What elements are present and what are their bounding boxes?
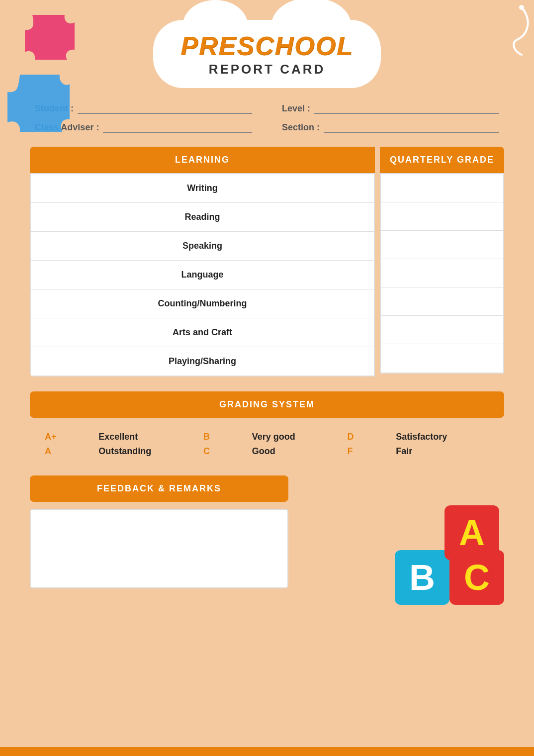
grade-letter-c: C bbox=[203, 446, 242, 457]
student-input[interactable] bbox=[78, 103, 252, 114]
learning-header: LEARNING bbox=[30, 147, 375, 173]
subject-counting: Counting/Numbering bbox=[31, 289, 374, 318]
section-field: Section : bbox=[282, 122, 499, 133]
section-label: Section : bbox=[282, 122, 320, 133]
level-label: Level : bbox=[282, 103, 310, 114]
grading-grid: A+ Excellent B Very good D Satisfactory … bbox=[30, 427, 504, 462]
feedback-textarea[interactable] bbox=[31, 510, 287, 587]
grade-desc-outstanding: Outstanding bbox=[98, 446, 193, 457]
level-input[interactable] bbox=[314, 103, 499, 114]
puzzle-decoration bbox=[0, 0, 99, 139]
grade-column: QUARTERLY GRADE bbox=[375, 147, 504, 377]
level-field: Level : bbox=[282, 103, 499, 114]
cloud-background: PRESCHOOL REPORT CARD bbox=[153, 20, 380, 88]
learning-column: LEARNING Writing Reading Speaking Langua… bbox=[30, 147, 375, 377]
grade-header: QUARTERLY GRADE bbox=[380, 147, 504, 173]
abc-blocks: A B C bbox=[395, 505, 504, 605]
subject-playing: Playing/Sharing bbox=[31, 347, 374, 376]
grade-arts[interactable] bbox=[381, 316, 503, 344]
subject-language: Language bbox=[31, 261, 374, 289]
grade-language[interactable] bbox=[381, 259, 503, 287]
grade-letter-b: B bbox=[203, 432, 242, 442]
grade-desc-excellent: Excellent bbox=[98, 432, 193, 442]
grade-counting[interactable] bbox=[381, 287, 503, 316]
grade-playing[interactable] bbox=[381, 344, 503, 373]
table-section: LEARNING Writing Reading Speaking Langua… bbox=[30, 147, 504, 377]
subject-speaking: Speaking bbox=[31, 232, 374, 261]
feedback-section: FEEDBACK & REMARKS A B C bbox=[30, 475, 504, 605]
bottom-bar bbox=[0, 747, 534, 756]
grade-desc-good: Good bbox=[252, 446, 338, 457]
info-section: Student : Level : Class Adviser : Sectio… bbox=[30, 103, 504, 133]
info-row-2: Class Adviser : Section : bbox=[35, 122, 499, 133]
page: PRESCHOOL REPORT CARD Student : Level : … bbox=[0, 0, 534, 756]
title-preschool: PRESCHOOL bbox=[180, 31, 353, 61]
feedback-header: FEEDBACK & REMARKS bbox=[30, 475, 288, 502]
learning-body: Writing Reading Speaking Language Counti… bbox=[30, 173, 375, 377]
block-b: B bbox=[395, 550, 449, 605]
feedback-left: FEEDBACK & REMARKS bbox=[30, 475, 380, 588]
block-a: A bbox=[445, 505, 499, 560]
grade-letter-d: D bbox=[347, 432, 386, 442]
grade-letter-aplus: A+ bbox=[45, 432, 89, 442]
grade-reading[interactable] bbox=[381, 202, 503, 231]
grade-desc-verygood: Very good bbox=[252, 432, 338, 442]
section-input[interactable] bbox=[324, 122, 499, 133]
grading-section: GRADING SYSTEM A+ Excellent B Very good … bbox=[30, 391, 504, 462]
grade-writing[interactable] bbox=[381, 174, 503, 202]
grade-body bbox=[380, 173, 504, 374]
grading-header: GRADING SYSTEM bbox=[30, 391, 504, 418]
grade-letter-f: F bbox=[347, 446, 386, 457]
grade-letter-a: A bbox=[45, 446, 89, 457]
grade-desc-fair: Fair bbox=[396, 446, 489, 457]
grade-desc-satisfactory: Satisfactory bbox=[396, 432, 489, 442]
subject-arts: Arts and Craft bbox=[31, 318, 374, 347]
subject-reading: Reading bbox=[31, 203, 374, 232]
class-adviser-input[interactable] bbox=[103, 122, 252, 133]
feedback-box[interactable] bbox=[30, 509, 288, 588]
title-area: PRESCHOOL REPORT CARD bbox=[30, 0, 504, 88]
svg-point-0 bbox=[519, 5, 524, 10]
title-report-card: REPORT CARD bbox=[180, 62, 353, 77]
subject-writing: Writing bbox=[31, 174, 374, 203]
info-row-1: Student : Level : bbox=[35, 103, 499, 114]
grade-speaking[interactable] bbox=[381, 231, 503, 259]
table-wrapper: LEARNING Writing Reading Speaking Langua… bbox=[30, 147, 504, 377]
squiggle-decoration bbox=[477, 2, 532, 57]
